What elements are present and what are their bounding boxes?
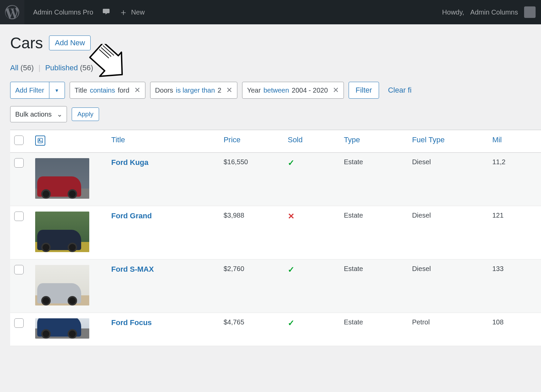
column-title[interactable]: Title (107, 130, 219, 153)
row-thumb-cell[interactable] (31, 260, 107, 313)
separator: | (39, 64, 41, 72)
wordpress-icon (5, 5, 19, 19)
site-title-link[interactable]: Admin Columns Pro (33, 8, 93, 16)
row-price-cell: $2,760 (219, 260, 284, 313)
table-row: Ford S-MAX $2,760 ✓ Estate Diesel 133 (10, 260, 541, 313)
svg-rect-0 (38, 138, 43, 143)
site-title-text: Admin Columns Pro (33, 8, 93, 16)
row-price-cell: $16,550 (219, 153, 284, 206)
row-checkbox-cell[interactable] (10, 206, 31, 260)
x-icon: ✕ (288, 212, 295, 221)
filter-operator: is larger than (176, 87, 215, 94)
new-content-link[interactable]: ＋ New (119, 6, 145, 18)
clear-filters-link[interactable]: Clear fi (388, 86, 411, 95)
new-label: New (131, 8, 145, 16)
page-title: Cars (10, 34, 43, 52)
row-title-cell: Ford Grand (107, 206, 219, 260)
status-all-link[interactable]: All (10, 64, 18, 72)
howdy-area[interactable]: Howdy, Admin Columns (442, 6, 536, 18)
add-filter-label: Add Filter (10, 82, 49, 98)
table-row: Ford Focus $4,765 ✓ Estate Petrol 108 (10, 313, 541, 346)
filter-chip-title[interactable]: Title contains ford ✕ (70, 82, 145, 99)
filter-operator: contains (90, 87, 115, 94)
row-fuel-cell: Diesel (408, 206, 488, 260)
user-display-name: Admin Columns (470, 8, 518, 16)
filter-operator: between (263, 87, 289, 94)
row-mileage-cell: 108 (488, 313, 541, 346)
add-new-button[interactable]: Add New (49, 35, 91, 50)
column-image[interactable] (31, 130, 107, 153)
row-sold-cell: ✕ (284, 206, 340, 260)
row-mileage-cell: 11,2 (488, 153, 541, 206)
check-icon: ✓ (288, 318, 295, 327)
column-type[interactable]: Type (340, 130, 408, 153)
row-thumb-cell[interactable] (31, 313, 107, 346)
status-filter-links: All (56) | Published (56) (10, 64, 541, 72)
howdy-text: Howdy, (442, 8, 464, 16)
add-filter-dropdown[interactable]: ▾ (49, 82, 65, 98)
row-thumb-cell[interactable] (31, 153, 107, 206)
car-thumbnail (35, 158, 89, 199)
row-price-cell: $3,988 (219, 206, 284, 260)
plus-icon: ＋ (119, 6, 128, 18)
check-icon: ✓ (288, 158, 295, 167)
car-thumbnail (35, 212, 89, 252)
posts-table: Title Price Sold Type Fuel Type Mil Ford… (10, 130, 541, 346)
row-title-link[interactable]: Ford Kuga (111, 158, 148, 167)
status-published-link[interactable]: Published (45, 64, 78, 72)
row-sold-cell: ✓ (284, 313, 340, 346)
column-fuel[interactable]: Fuel Type (408, 130, 488, 153)
row-title-cell: Ford S-MAX (107, 260, 219, 313)
row-checkbox-cell[interactable] (10, 313, 31, 346)
table-row: Ford Grand $3,988 ✕ Estate Diesel 121 (10, 206, 541, 260)
row-sold-cell: ✓ (284, 260, 340, 313)
status-published-count: (56) (80, 64, 93, 72)
row-fuel-cell: Diesel (408, 260, 488, 313)
row-title-cell: Ford Focus (107, 313, 219, 346)
add-filter-button[interactable]: Add Filter ▾ (10, 82, 65, 99)
wordpress-logo[interactable] (0, 0, 24, 24)
table-row: Ford Kuga $16,550 ✓ Estate Diesel 11,2 (10, 153, 541, 206)
row-price-cell: $4,765 (219, 313, 284, 346)
car-thumbnail (35, 318, 89, 339)
close-icon[interactable]: ✕ (226, 86, 232, 95)
row-sold-cell: ✓ (284, 153, 340, 206)
column-mileage[interactable]: Mil (488, 130, 541, 153)
filter-value: 2 (218, 87, 221, 94)
avatar (524, 6, 536, 18)
column-checkbox[interactable] (10, 130, 31, 153)
comments-link[interactable] (102, 7, 110, 17)
chevron-down-icon: ⌄ (57, 110, 63, 118)
row-type-cell: Estate (340, 206, 408, 260)
filter-chip-year[interactable]: Year between 2004 - 2020 ✕ (242, 82, 344, 99)
filter-button[interactable]: Filter (349, 82, 379, 99)
row-fuel-cell: Petrol (408, 313, 488, 346)
filter-value: 2004 - 2020 (292, 87, 328, 94)
column-price[interactable]: Price (219, 130, 284, 153)
row-type-cell: Estate (340, 260, 408, 313)
comments-icon (102, 7, 110, 17)
bulk-actions-label: Bulk actions (15, 111, 52, 118)
row-title-link[interactable]: Ford S-MAX (111, 265, 154, 273)
close-icon[interactable]: ✕ (134, 86, 140, 95)
filter-value: ford (118, 87, 129, 94)
row-title-cell: Ford Kuga (107, 153, 219, 206)
row-fuel-cell: Diesel (408, 153, 488, 206)
filter-field: Year (247, 87, 261, 94)
row-checkbox-cell[interactable] (10, 260, 31, 313)
row-checkbox-cell[interactable] (10, 153, 31, 206)
row-title-link[interactable]: Ford Grand (111, 212, 152, 220)
column-sold[interactable]: Sold (284, 130, 340, 153)
row-type-cell: Estate (340, 313, 408, 346)
row-thumb-cell[interactable] (31, 206, 107, 260)
filter-field: Doors (155, 87, 173, 94)
row-type-cell: Estate (340, 153, 408, 206)
bulk-actions-select[interactable]: Bulk actions ⌄ (10, 106, 67, 122)
filter-chip-doors[interactable]: Doors is larger than 2 ✕ (150, 82, 237, 99)
row-mileage-cell: 133 (488, 260, 541, 313)
row-title-link[interactable]: Ford Focus (111, 318, 152, 327)
admin-bar: Admin Columns Pro ＋ New Howdy, Admin Col… (0, 0, 541, 24)
apply-button[interactable]: Apply (72, 107, 99, 121)
close-icon[interactable]: ✕ (333, 86, 339, 95)
filter-field: Title (75, 87, 87, 94)
